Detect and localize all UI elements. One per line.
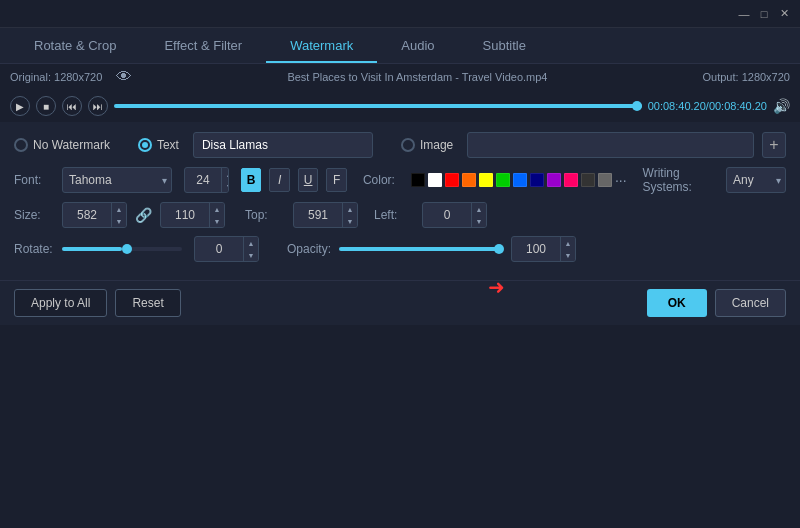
size-w-input[interactable]: [63, 208, 111, 222]
no-watermark-radio[interactable]: [14, 138, 28, 152]
top-label: Top:: [245, 208, 285, 222]
font-label: Font:: [14, 173, 54, 187]
text-radio[interactable]: [138, 138, 152, 152]
size-w-up[interactable]: ▲: [112, 203, 126, 215]
rotate-slider[interactable]: [62, 247, 182, 251]
tab-effect-filter[interactable]: Effect & Filter: [140, 30, 266, 63]
rotate-slider-wrap: [62, 247, 182, 251]
left-up[interactable]: ▲: [472, 203, 486, 215]
font-size-down[interactable]: ▼: [222, 180, 229, 192]
opacity-label: Opacity:: [287, 242, 331, 256]
size-h-input[interactable]: [161, 208, 209, 222]
color-red[interactable]: [445, 173, 459, 187]
writing-systems-select[interactable]: Any: [726, 167, 786, 193]
top-up[interactable]: ▲: [343, 203, 357, 215]
text-option[interactable]: Text: [138, 138, 179, 152]
no-watermark-label: No Watermark: [33, 138, 110, 152]
italic-button[interactable]: I: [269, 168, 290, 192]
rotate-input[interactable]: [195, 242, 243, 256]
title-bar: — □ ✕: [0, 0, 800, 28]
size-h-down[interactable]: ▼: [210, 215, 224, 227]
color-navy[interactable]: [530, 173, 544, 187]
eye-icon[interactable]: 👁: [116, 68, 132, 86]
prev-frame-button[interactable]: ⏮: [62, 96, 82, 116]
underline-button[interactable]: U: [298, 168, 319, 192]
tab-rotate-crop[interactable]: Rotate & Crop: [10, 30, 140, 63]
controls-panel: No Watermark Text Image + Font: Tahoma ▲…: [0, 122, 800, 280]
minimize-button[interactable]: —: [736, 6, 752, 22]
tab-audio[interactable]: Audio: [377, 30, 458, 63]
output-size-label: Output: 1280x720: [703, 71, 790, 83]
left-input[interactable]: [423, 208, 471, 222]
play-button[interactable]: ▶: [10, 96, 30, 116]
rotate-label: Rotate:: [14, 242, 54, 256]
tab-watermark[interactable]: Watermark: [266, 30, 377, 63]
image-radio[interactable]: [401, 138, 415, 152]
color-yellow[interactable]: [479, 173, 493, 187]
no-watermark-option[interactable]: No Watermark: [14, 138, 110, 152]
bottom-row: Apply to All Reset ➜ OK Cancel: [0, 280, 800, 325]
opacity-input[interactable]: [512, 242, 560, 256]
color-black[interactable]: [411, 173, 425, 187]
stop-button[interactable]: ■: [36, 96, 56, 116]
bottom-left-buttons: Apply to All Reset: [14, 289, 181, 317]
more-colors-icon[interactable]: ···: [615, 172, 627, 188]
strikethrough-button[interactable]: F: [326, 168, 347, 192]
bold-button[interactable]: B: [241, 168, 262, 192]
color-swatches: ···: [411, 172, 627, 188]
image-option[interactable]: Image: [401, 138, 453, 152]
video-info-bar: Original: 1280x720 👁 Best Places to Visi…: [0, 64, 800, 90]
color-darkgray[interactable]: [581, 173, 595, 187]
tab-subtitle[interactable]: Subtitle: [459, 30, 550, 63]
ok-button[interactable]: OK: [647, 289, 707, 317]
size-w-down[interactable]: ▼: [112, 215, 126, 227]
add-image-button[interactable]: +: [762, 132, 786, 158]
left-down[interactable]: ▼: [472, 215, 486, 227]
link-icon[interactable]: 🔗: [135, 207, 152, 223]
opacity-wrap: ▲ ▼: [511, 236, 576, 262]
text-label: Text: [157, 138, 179, 152]
rotate-thumb: [122, 244, 132, 254]
rotate-up[interactable]: ▲: [244, 237, 258, 249]
color-green[interactable]: [496, 173, 510, 187]
original-size-label: Original: 1280x720: [10, 71, 102, 83]
color-blue[interactable]: [513, 173, 527, 187]
color-purple[interactable]: [547, 173, 561, 187]
next-frame-button[interactable]: ⏭: [88, 96, 108, 116]
opacity-slider[interactable]: [339, 247, 499, 251]
cancel-button[interactable]: Cancel: [715, 289, 786, 317]
font-size-input[interactable]: [185, 173, 221, 187]
color-white[interactable]: [428, 173, 442, 187]
maximize-button[interactable]: □: [756, 6, 772, 22]
text-value-input[interactable]: [193, 132, 373, 158]
opacity-up[interactable]: ▲: [561, 237, 575, 249]
opacity-down[interactable]: ▼: [561, 249, 575, 261]
rotate-down[interactable]: ▼: [244, 249, 258, 261]
progress-slider[interactable]: [114, 104, 642, 108]
font-select[interactable]: Tahoma: [62, 167, 172, 193]
top-input[interactable]: [294, 208, 342, 222]
apply-to-all-button[interactable]: Apply to All: [14, 289, 107, 317]
font-row: Font: Tahoma ▲ ▼ B I U F Color:: [14, 166, 786, 194]
size-w-wrap: ▲ ▼: [62, 202, 127, 228]
volume-icon[interactable]: 🔊: [773, 98, 790, 114]
size-h-up[interactable]: ▲: [210, 203, 224, 215]
color-gray[interactable]: [598, 173, 612, 187]
size-row: Size: ▲ ▼ 🔗 ▲ ▼ Top: ▲ ▼ Left:: [14, 202, 786, 228]
opacity-slider-wrap: [339, 247, 499, 251]
rotate-opacity-row: Rotate: ▲ ▼ Opacity: ▲ ▼: [14, 236, 786, 262]
color-label: Color:: [363, 173, 403, 187]
image-path-input[interactable]: [467, 132, 754, 158]
font-select-wrapper: Tahoma: [62, 167, 172, 193]
color-pink[interactable]: [564, 173, 578, 187]
color-orange[interactable]: [462, 173, 476, 187]
rotate-fill: [62, 247, 122, 251]
rotate-wrap: ▲ ▼: [194, 236, 259, 262]
writing-systems-label: Writing Systems:: [643, 166, 718, 194]
opacity-fill: [339, 247, 499, 251]
writing-systems-wrapper: Any: [726, 167, 786, 193]
font-size-up[interactable]: ▲: [222, 168, 229, 180]
reset-button[interactable]: Reset: [115, 289, 180, 317]
close-button[interactable]: ✕: [776, 6, 792, 22]
top-down[interactable]: ▼: [343, 215, 357, 227]
